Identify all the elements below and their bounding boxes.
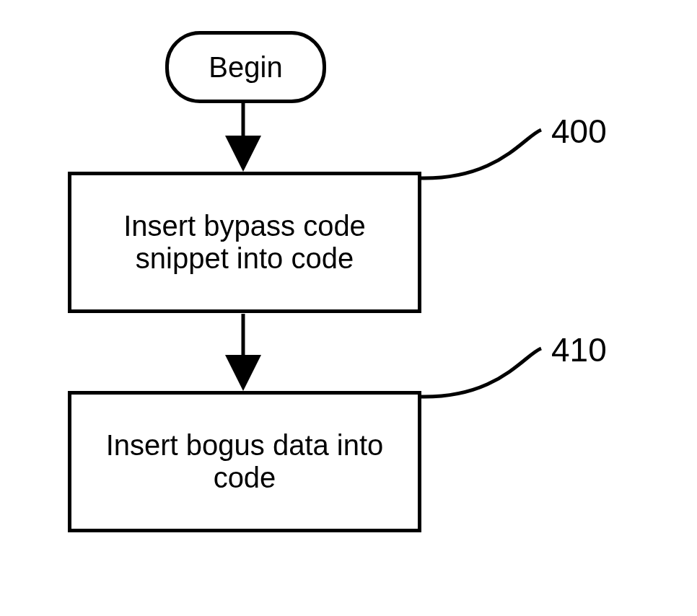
process-410-line2: code <box>214 462 276 493</box>
process-box-410: Insert bogus data into code <box>68 391 421 532</box>
ref-label-400: 400 <box>551 112 607 151</box>
begin-label: Begin <box>209 51 282 84</box>
ref-label-410: 410 <box>551 330 607 369</box>
process-box-400: Insert bypass code snippet into code <box>68 172 421 313</box>
process-410-line1: Insert bogus data into <box>106 429 384 461</box>
process-400-line1: Insert bypass code <box>123 210 366 242</box>
process-400-line2: snippet into code <box>136 242 354 274</box>
begin-terminator: Begin <box>165 31 326 103</box>
